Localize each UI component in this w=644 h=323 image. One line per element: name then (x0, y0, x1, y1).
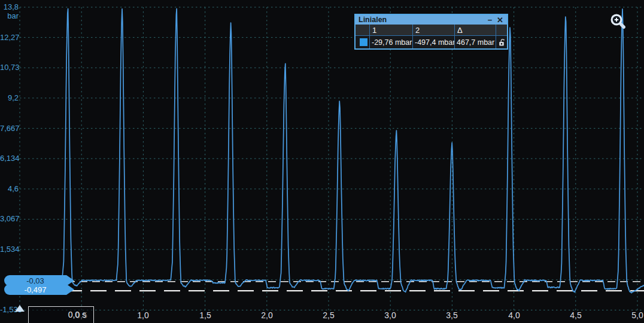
y-tick-label: 9,2 (0, 93, 19, 103)
x-tick-label: 1,0 (125, 310, 161, 320)
y-tick-label: 4,6 (0, 184, 19, 194)
close-button[interactable]: ✕ (495, 16, 505, 25)
ruler-2-value: -0,497 (25, 285, 47, 294)
rulers-panel: Linialen − ✕ 1 2 Δ -29,76 mbar -497,4 mb… (354, 14, 508, 50)
panel-titlebar[interactable]: Linialen − ✕ (356, 15, 507, 25)
header-col-1: 1 (369, 25, 412, 36)
waveform-chart[interactable] (0, 0, 644, 323)
x-tick-label: 2,0 (249, 310, 285, 320)
ruler-2-flag[interactable]: -0,497 (4, 284, 66, 295)
panel-title: Linialen (357, 16, 485, 24)
channel-color-swatch[interactable] (360, 38, 367, 46)
header-col-2: 2 (412, 25, 454, 36)
time-zero-label: 0,0 s (68, 310, 86, 319)
y-tick-label: 6,134 (0, 154, 19, 163)
x-tick-label: 1,5 (187, 310, 223, 320)
x-tick-label: 4,0 (496, 310, 532, 320)
header-col-delta: Δ (454, 25, 496, 36)
y-tick-label: 13,8 (0, 2, 19, 12)
header-swatch-cell (356, 25, 369, 36)
x-tick-label: 2,5 (311, 310, 347, 320)
header-lock-cell (496, 25, 507, 36)
minimize-button[interactable]: − (485, 16, 495, 25)
y-tick-label: 3,067 (0, 214, 19, 224)
zoom-in-cursor-icon (608, 11, 630, 34)
lock-toggle[interactable] (496, 36, 507, 48)
y-tick-label: 10,73 (0, 63, 19, 72)
ruler-2-measurement: -497,4 mbar (412, 36, 454, 48)
x-tick-label: 5,0 (619, 310, 644, 320)
x-tick-label: 3,0 (372, 310, 408, 320)
y-tick-label: 7,667 (0, 124, 19, 133)
x-tick-label: 3,5 (434, 310, 470, 320)
y-tick-label: 12,27 (0, 33, 19, 42)
delta-measurement: 467,7 mbar (454, 36, 496, 48)
x-tick-label: 4,5 (558, 310, 594, 320)
rulers-table: 1 2 Δ -29,76 mbar -497,4 mbar 467,7 mbar (356, 25, 507, 48)
scope-screen: 13,812,2710,739,27,6676,1344,63,0671,534… (0, 0, 644, 323)
channel-swatch-cell[interactable] (356, 36, 369, 48)
unlock-icon (498, 38, 506, 47)
time-zero-box: 0,0 s (28, 306, 94, 323)
y-axis-unit: bar (0, 11, 19, 20)
trigger-marker-icon[interactable] (15, 305, 25, 312)
ruler-1-measurement: -29,76 mbar (369, 36, 412, 48)
y-tick-label: 1,534 (0, 245, 19, 254)
